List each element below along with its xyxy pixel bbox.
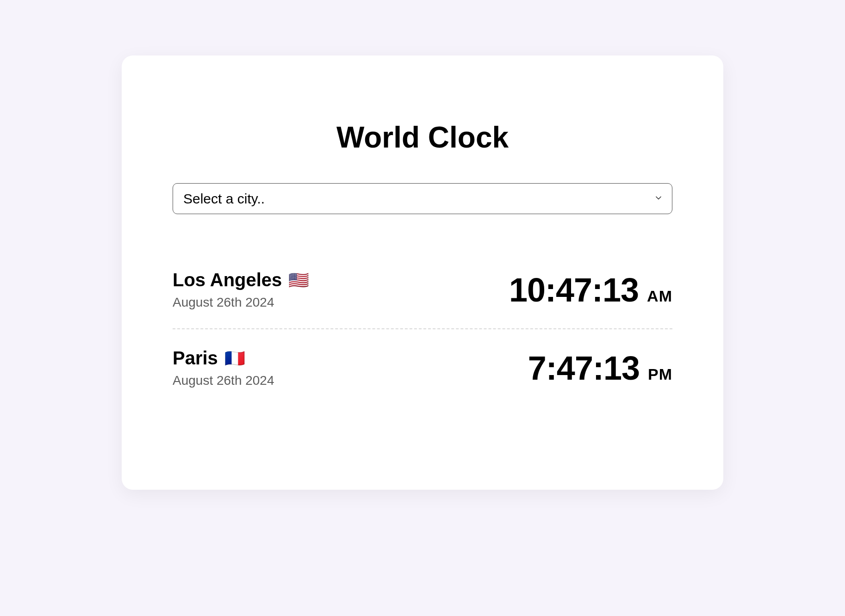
city-date: August 26th 2024 bbox=[173, 373, 274, 388]
city-info: Paris 🇫🇷 August 26th 2024 bbox=[173, 348, 274, 388]
city-name: Paris bbox=[173, 348, 218, 369]
city-select[interactable]: Select a city.. bbox=[173, 183, 672, 214]
city-ampm: PM bbox=[648, 365, 672, 383]
city-info: Los Angeles 🇺🇸 August 26th 2024 bbox=[173, 270, 309, 310]
city-time: 7:47:13 bbox=[528, 349, 640, 387]
city-row: Los Angeles 🇺🇸 August 26th 2024 10:47:13… bbox=[173, 251, 672, 329]
city-line: Paris 🇫🇷 bbox=[173, 348, 274, 369]
page-title: World Clock bbox=[173, 120, 672, 154]
city-row: Paris 🇫🇷 August 26th 2024 7:47:13 PM bbox=[173, 329, 672, 407]
world-clock-card: World Clock Select a city.. Los Angeles … bbox=[122, 55, 723, 490]
city-line: Los Angeles 🇺🇸 bbox=[173, 270, 309, 290]
flag-icon: 🇫🇷 bbox=[224, 350, 245, 367]
city-select-wrap: Select a city.. bbox=[173, 183, 672, 214]
flag-icon: 🇺🇸 bbox=[288, 272, 309, 289]
city-name: Los Angeles bbox=[173, 270, 282, 290]
city-ampm: AM bbox=[647, 287, 672, 305]
city-time: 10:47:13 bbox=[509, 271, 639, 309]
city-time-block: 7:47:13 PM bbox=[528, 349, 672, 387]
city-time-block: 10:47:13 AM bbox=[509, 271, 672, 309]
city-date: August 26th 2024 bbox=[173, 295, 309, 310]
